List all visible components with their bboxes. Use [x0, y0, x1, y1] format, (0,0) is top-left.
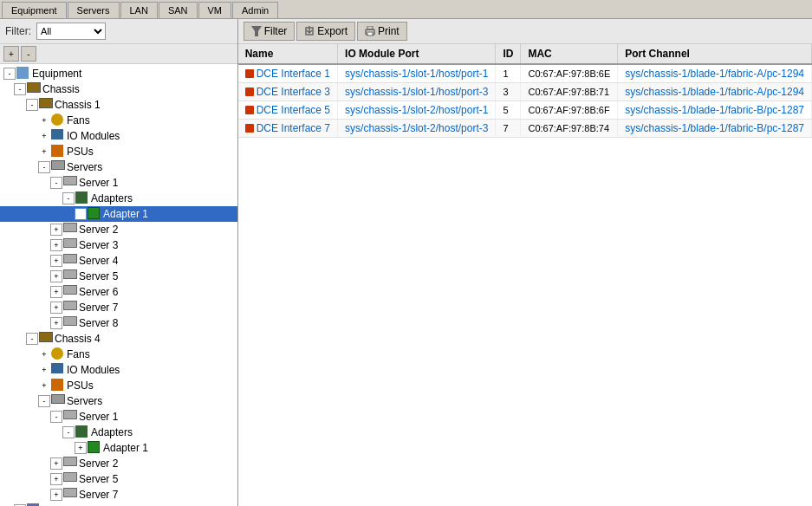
tree-node-server-4-2[interactable]: + Server 2	[0, 456, 237, 471]
tree-node-server-1-4[interactable]: + Server 4	[0, 253, 237, 269]
expander-fans-1: +	[38, 114, 50, 126]
tree-node-iomod-1[interactable]: + IO Modules	[0, 128, 237, 144]
server-1-3-label: Server 3	[79, 239, 118, 251]
chassis-4-label: Chassis 4	[55, 333, 101, 345]
port-channel-link[interactable]: sys/chassis-1/blade-1/fabric-A/pc-1294	[625, 68, 804, 80]
chassis-4-icon	[39, 332, 53, 346]
tree-node-server-1-7[interactable]: + Server 7	[0, 300, 237, 315]
tree-node-adapters-1[interactable]: - Adapters	[0, 191, 237, 206]
tree-node-server-4-5[interactable]: + Server 5	[0, 471, 237, 487]
expander-server-4-1[interactable]: -	[50, 411, 62, 423]
tree-node-servers-4[interactable]: - Servers	[0, 393, 237, 409]
print-button[interactable]: Print	[357, 22, 407, 41]
app-container: Equipment Servers LAN SAN VM Admin Filte…	[0, 0, 812, 506]
expander-server-1-1[interactable]: -	[50, 177, 62, 189]
expander-chassis-group[interactable]: -	[14, 83, 26, 95]
adapter-1-label: Adapter 1	[103, 208, 148, 220]
tree-node-server-1-5[interactable]: + Server 5	[0, 269, 237, 284]
expander-chassis-1[interactable]: -	[26, 99, 38, 111]
tree-node-server-1-1[interactable]: - Server 1	[0, 175, 237, 191]
table-row[interactable]: DCE Interface 3sys/chassis-1/slot-1/host…	[238, 83, 812, 101]
chassis-1-label: Chassis 1	[55, 99, 101, 111]
collapse-all-button[interactable]: -	[21, 46, 36, 62]
tree-node-fans-1[interactable]: + Fans	[0, 113, 237, 128]
expander-adapter-1[interactable]: +	[75, 208, 87, 220]
tab-equipment[interactable]: Equipment	[2, 2, 67, 18]
port-channel-link[interactable]: sys/chassis-1/blade-1/fabric-B/pc-1287	[625, 122, 804, 134]
tree-node-server-1-3[interactable]: + Server 3	[0, 237, 237, 253]
expander-equipment[interactable]: -	[3, 68, 16, 80]
tree-node-equipment[interactable]: - Equipment	[0, 66, 237, 81]
table-row[interactable]: DCE Interface 1sys/chassis-1/slot-1/host…	[238, 64, 812, 83]
server-1-2-icon	[63, 223, 77, 237]
tree-node-chassis-4[interactable]: - Chassis 4	[0, 331, 237, 347]
interface-name-link[interactable]: DCE Interface 7	[257, 122, 330, 134]
tree-node-adapters-4[interactable]: - Adapters	[0, 425, 237, 440]
filter-bar: Filter: All Active Inactive	[0, 19, 237, 44]
tree-node-psus-4[interactable]: + PSUs	[0, 378, 237, 393]
tab-san[interactable]: SAN	[159, 2, 198, 18]
cell-name: DCE Interface 3	[238, 83, 338, 101]
expander-servers-4[interactable]: -	[38, 395, 50, 407]
adapter-4-1-label: Adapter 1	[103, 442, 148, 454]
tree-node-rackmounts[interactable]: - Rack-Mounts	[0, 503, 237, 506]
expander-servers-1[interactable]: -	[38, 161, 50, 173]
expander-adapters-4[interactable]: -	[62, 426, 75, 438]
expander-server-1-3[interactable]: +	[50, 239, 62, 251]
interface-name-link[interactable]: DCE Interface 5	[257, 104, 330, 116]
tab-admin[interactable]: Admin	[232, 2, 278, 18]
expander-server-4-2[interactable]: +	[50, 457, 62, 470]
expand-all-button[interactable]: +	[3, 46, 19, 62]
tab-servers[interactable]: Servers	[68, 2, 120, 18]
tree-node-iomod-4[interactable]: + IO Modules	[0, 362, 237, 378]
tab-vm[interactable]: VM	[198, 2, 232, 18]
expander-adapters-1[interactable]: -	[62, 192, 75, 204]
fans-4-icon	[51, 347, 65, 361]
tree-node-server-1-2[interactable]: + Server 2	[0, 222, 237, 237]
io-module-port-link[interactable]: sys/chassis-1/slot-1/host/port-1	[345, 68, 488, 80]
filter-button[interactable]: Filter	[244, 22, 296, 41]
tree-node-server-4-1[interactable]: - Server 1	[0, 409, 237, 425]
expander-adapter-4-1[interactable]: +	[75, 442, 87, 454]
expander-server-4-7[interactable]: +	[50, 489, 62, 501]
expander-server-1-5[interactable]: +	[50, 270, 62, 282]
io-module-port-link[interactable]: sys/chassis-1/slot-2/host/port-3	[345, 122, 488, 134]
right-panel: Filter Export Print Name IO Mod	[238, 19, 812, 506]
expander-server-1-8[interactable]: +	[50, 317, 62, 329]
expander-server-1-2[interactable]: +	[50, 224, 62, 236]
tree-node-server-4-7[interactable]: + Server 7	[0, 487, 237, 503]
export-button[interactable]: Export	[296, 22, 355, 41]
tree-node-chassis-group[interactable]: - Chassis	[0, 81, 237, 97]
tree-node-psus-1[interactable]: + PSUs	[0, 144, 237, 159]
right-toolbar: Filter Export Print	[238, 19, 812, 44]
tree-node-fans-4[interactable]: + Fans	[0, 347, 237, 362]
table-row[interactable]: DCE Interface 5sys/chassis-1/slot-2/host…	[238, 101, 812, 120]
io-module-port-link[interactable]: sys/chassis-1/slot-1/host/port-3	[345, 86, 488, 98]
io-module-port-link[interactable]: sys/chassis-1/slot-2/host/port-1	[345, 104, 488, 116]
tree-node-server-1-6[interactable]: + Server 6	[0, 284, 237, 300]
interface-name-link[interactable]: DCE Interface 3	[257, 86, 330, 98]
tree-node-server-1-8[interactable]: + Server 8	[0, 315, 237, 331]
iomod-4-label: IO Modules	[67, 364, 120, 376]
expander-server-1-6[interactable]: +	[50, 286, 62, 298]
expander-server-4-5[interactable]: +	[50, 473, 62, 485]
tree-node-chassis-1[interactable]: - Chassis 1	[0, 97, 237, 113]
expander-chassis-4[interactable]: -	[26, 333, 38, 345]
interface-name-link[interactable]: DCE Interface 1	[257, 68, 330, 80]
tab-lan[interactable]: LAN	[120, 2, 158, 18]
cell-mac: C0:67:AF:97:8B:6F	[521, 101, 618, 120]
expander-server-1-7[interactable]: +	[50, 302, 62, 314]
cell-port-channel: sys/chassis-1/blade-1/fabric-B/pc-1287	[618, 120, 812, 138]
port-channel-link[interactable]: sys/chassis-1/blade-1/fabric-A/pc-1294	[625, 86, 804, 98]
table-row[interactable]: DCE Interface 7sys/chassis-1/slot-2/host…	[238, 120, 812, 138]
port-channel-link[interactable]: sys/chassis-1/blade-1/fabric-B/pc-1287	[625, 104, 804, 116]
tree-node-adapter-1[interactable]: + Adapter 1	[0, 206, 237, 222]
tree-node-servers-1[interactable]: - Servers	[0, 159, 237, 175]
server-1-8-label: Server 8	[79, 317, 118, 329]
servers-1-icon	[51, 160, 65, 174]
expander-server-1-4[interactable]: +	[50, 255, 62, 267]
tree-node-adapter-4-1[interactable]: + Adapter 1	[0, 440, 237, 456]
filter-select[interactable]: All Active Inactive	[36, 23, 106, 40]
psus-4-icon	[51, 379, 65, 392]
tree-toolbar: + -	[0, 44, 237, 64]
